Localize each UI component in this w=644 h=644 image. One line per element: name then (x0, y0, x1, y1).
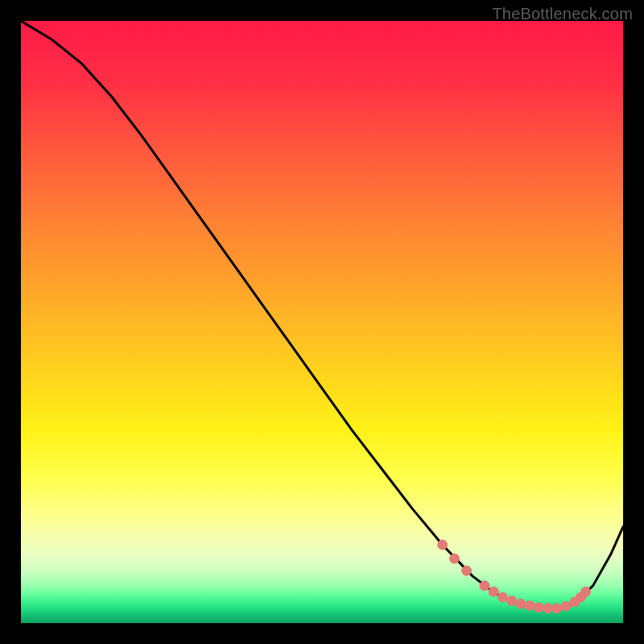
bottleneck-curve-line (21, 21, 623, 609)
curve-marker (438, 540, 448, 550)
marker-group (438, 540, 591, 613)
curve-marker (581, 587, 591, 597)
curve-marker (561, 601, 571, 611)
plot-area (21, 21, 623, 623)
curve-marker (507, 596, 517, 605)
curve-marker (516, 599, 526, 609)
curve-marker (525, 601, 535, 610)
curve-marker (552, 604, 562, 613)
curve-marker (462, 566, 472, 576)
curve-marker (534, 603, 543, 613)
curve-layer (21, 21, 623, 623)
curve-marker (450, 554, 460, 564)
curve-marker (480, 581, 489, 591)
watermark-label: TheBottleneck.com (492, 5, 633, 23)
curve-marker (543, 604, 553, 613)
curve-marker (497, 592, 507, 602)
curve-marker (489, 587, 498, 597)
chart-stage: TheBottleneck.com (0, 0, 644, 644)
